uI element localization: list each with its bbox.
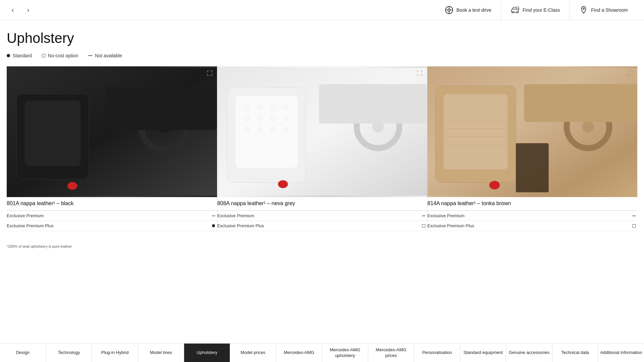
nav-design[interactable]: Design — [0, 344, 46, 362]
not-available-dash-icon — [88, 55, 92, 56]
nav-standard-equipment[interactable]: Standard equipment — [460, 344, 506, 362]
svg-point-7 — [512, 11, 514, 13]
nav-plug-in-hybrid[interactable]: Plug-in Hybrid — [92, 344, 138, 362]
card-rows-801a: Exclusive Premium Exclusive Premium Plus — [7, 210, 217, 231]
car-search-icon — [511, 5, 520, 15]
svg-point-48 — [278, 180, 288, 188]
svg-point-11 — [583, 8, 584, 9]
footnote: ¹100% of seat upholstery is pure leather — [7, 244, 637, 248]
card-row-exclusive-premium-801a: Exclusive Premium — [7, 211, 217, 221]
svg-rect-59 — [516, 143, 549, 192]
svg-rect-51 — [444, 94, 508, 170]
book-test-drive-label: Book a test drive — [457, 7, 491, 13]
bottom-nav: Design Technology Plug-in Hybrid Model l… — [0, 343, 644, 362]
card-title-801a: 801A nappa leather¹ – black — [7, 200, 217, 206]
indicator-square-808a-2 — [420, 224, 427, 228]
nav-genuine-accessories[interactable]: Genuine accessories — [506, 344, 552, 362]
card-row-exclusive-premium-plus-814a: Exclusive Premium Plus — [427, 221, 637, 231]
find-showroom-label: Find a Showroom — [591, 7, 628, 13]
nav-mercedes-amg-upholstery[interactable]: Mercedes-AMG upholstery — [322, 344, 368, 362]
no-cost-label: No-cost option — [48, 53, 78, 58]
card-title-808a: 808A nappa leather¹ – neva grey — [217, 200, 427, 206]
upholstery-cards-grid: 801A nappa leather¹ – black Exclusive Pr… — [7, 66, 637, 231]
steering-wheel-icon — [444, 5, 454, 15]
svg-rect-62 — [524, 84, 637, 122]
svg-point-63 — [489, 181, 500, 189]
nav-arrows: ‹ › — [7, 4, 34, 16]
exclusive-premium-label-801a: Exclusive Premium — [7, 213, 210, 218]
exclusive-premium-plus-label-801a: Exclusive Premium Plus — [7, 223, 210, 228]
exclusive-premium-label-814a: Exclusive Premium — [427, 213, 631, 218]
card-image-grey[interactable] — [217, 66, 427, 197]
location-icon — [579, 5, 588, 15]
nav-mercedes-amg[interactable]: Mercedes-AMG — [276, 344, 322, 362]
book-test-drive-link[interactable]: Book a test drive — [435, 0, 501, 20]
not-available-label: Not available — [95, 53, 122, 58]
expand-icon-801a[interactable] — [206, 70, 214, 77]
card-808a: 808A nappa leather¹ – neva grey Exclusiv… — [217, 66, 427, 231]
exclusive-premium-plus-label-814a: Exclusive Premium Plus — [427, 223, 631, 228]
page-title: Upholstery — [7, 30, 637, 46]
indicator-dot-801a-2 — [210, 224, 217, 227]
card-row-exclusive-premium-plus-801a: Exclusive Premium Plus — [7, 221, 217, 231]
nav-technology[interactable]: Technology — [46, 344, 92, 362]
back-button[interactable]: ‹ — [7, 4, 19, 16]
card-rows-814a: Exclusive Premium Exclusive Premium Plus — [427, 210, 637, 231]
standard-dot-icon — [7, 54, 10, 57]
expand-icon-814a[interactable] — [627, 70, 634, 77]
nav-mercedes-amg-prices[interactable]: Mercedes-AMG prices — [368, 344, 414, 362]
card-rows-808a: Exclusive Premium Exclusive Premium Plus — [217, 210, 427, 231]
svg-point-29 — [67, 182, 77, 190]
card-info-801a: 801A nappa leather¹ – black Exclusive Pr… — [7, 197, 217, 231]
exclusive-premium-plus-label-808a: Exclusive Premium Plus — [217, 223, 421, 228]
nav-upholstery[interactable]: Upholstery — [184, 344, 230, 362]
header-actions: Book a test drive Find your E-Class — [435, 0, 637, 20]
legend-no-cost: No-cost option — [42, 53, 78, 58]
svg-point-61 — [582, 121, 594, 133]
card-image-brown[interactable] — [427, 66, 637, 197]
indicator-dash-814a-1 — [631, 216, 637, 216]
card-801a: 801A nappa leather¹ – black Exclusive Pr… — [7, 66, 217, 231]
indicator-square-814a-2 — [631, 224, 637, 228]
find-eclass-link[interactable]: Find your E-Class — [501, 0, 569, 20]
card-info-808a: 808A nappa leather¹ – neva grey Exclusiv… — [217, 197, 427, 231]
nav-personalisation[interactable]: Personalisation — [414, 344, 460, 362]
svg-rect-28 — [105, 87, 217, 130]
indicator-dash-808a-1 — [420, 216, 427, 216]
forward-button[interactable]: › — [22, 4, 34, 16]
legend: Standard No-cost option Not available — [7, 53, 637, 58]
nav-additional-information[interactable]: Additional information — [598, 344, 644, 362]
header: ‹ › Book a test drive — [0, 0, 644, 20]
expand-icon-808a[interactable] — [416, 70, 424, 77]
svg-line-10 — [519, 9, 519, 9]
card-814a: 814A nappa leather¹ – tonka brown Exclus… — [427, 66, 637, 231]
no-cost-square-icon — [42, 54, 45, 57]
svg-point-9 — [517, 6, 519, 9]
find-showroom-link[interactable]: Find a Showroom — [569, 0, 637, 20]
find-eclass-label: Find your E-Class — [523, 7, 560, 13]
legend-not-available: Not available — [88, 53, 122, 58]
svg-point-1 — [448, 9, 450, 11]
legend-standard: Standard — [7, 53, 32, 58]
exclusive-premium-label-808a: Exclusive Premium — [217, 213, 421, 218]
indicator-dash-801a-1 — [210, 216, 217, 216]
main-content: Upholstery Standard No-cost option Not a… — [0, 20, 644, 255]
svg-point-8 — [517, 11, 518, 13]
card-row-exclusive-premium-plus-808a: Exclusive Premium Plus — [217, 221, 427, 231]
card-image-black[interactable] — [7, 66, 217, 197]
card-info-814a: 814A nappa leather¹ – tonka brown Exclus… — [427, 197, 637, 231]
card-row-exclusive-premium-814a: Exclusive Premium — [427, 211, 637, 221]
nav-model-prices[interactable]: Model prices — [230, 344, 276, 362]
svg-rect-47 — [319, 84, 427, 123]
nav-technical-data[interactable]: Technical data — [552, 344, 598, 362]
nav-model-lines[interactable]: Model lines — [138, 344, 184, 362]
svg-rect-32 — [235, 96, 298, 168]
standard-label: Standard — [13, 53, 32, 58]
card-title-814a: 814A nappa leather¹ – tonka brown — [427, 200, 637, 206]
card-row-exclusive-premium-808a: Exclusive Premium — [217, 211, 427, 221]
